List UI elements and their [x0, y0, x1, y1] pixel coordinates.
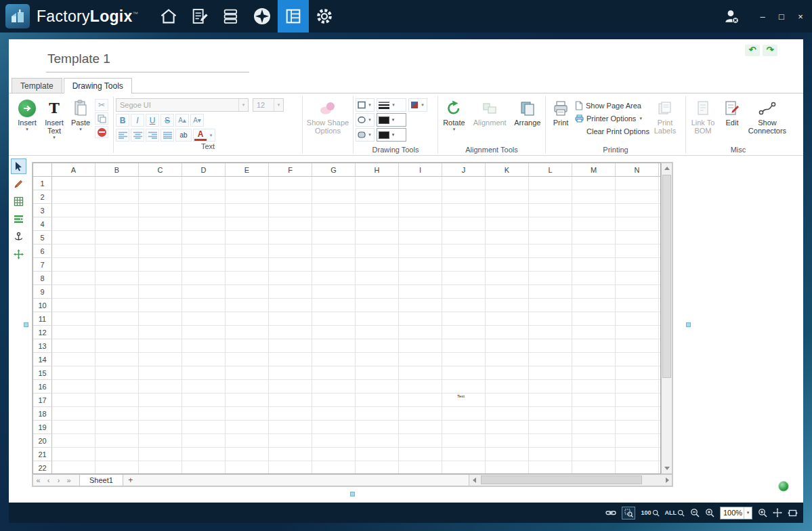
maximize-button[interactable]: □ [774, 9, 789, 24]
grid-cell[interactable] [572, 177, 616, 190]
grid-cell[interactable] [572, 204, 616, 217]
grid-cell[interactable] [442, 448, 486, 461]
grid-cell[interactable] [269, 421, 312, 434]
grid-cell[interactable] [139, 353, 182, 366]
grid-cell[interactable] [269, 217, 312, 231]
column-header[interactable]: L [529, 163, 572, 177]
grid-cell[interactable] [356, 366, 399, 380]
grid-cell[interactable] [95, 421, 139, 434]
grid-cell[interactable] [226, 204, 269, 217]
row-header[interactable]: 20 [33, 434, 52, 448]
grid-cell[interactable] [399, 394, 442, 407]
grid-cell[interactable] [486, 299, 529, 312]
column-header[interactable]: E [226, 163, 269, 177]
grid-cell[interactable] [95, 258, 139, 272]
template-name-field[interactable]: Template 1 [46, 47, 249, 72]
row-header[interactable]: 22 [33, 461, 52, 474]
grid-cell[interactable] [529, 326, 572, 339]
nav-production[interactable] [184, 0, 215, 33]
grid-cell[interactable] [312, 204, 356, 217]
grid-cell[interactable] [269, 434, 312, 448]
grid-cell[interactable] [616, 339, 659, 353]
grid-cell[interactable] [52, 204, 95, 217]
row-header[interactable]: 18 [33, 407, 52, 421]
grid-cell[interactable] [269, 285, 312, 299]
align-center-button[interactable] [131, 129, 144, 142]
grid-cell[interactable] [182, 380, 226, 394]
zoom-in-button[interactable] [705, 508, 714, 517]
nav-templates[interactable] [278, 0, 309, 33]
row-header[interactable]: 10 [33, 299, 52, 312]
grid-cell[interactable] [52, 326, 95, 339]
grid-cell[interactable] [139, 299, 182, 312]
grid-cell[interactable] [486, 326, 529, 339]
grid-cell[interactable] [52, 434, 95, 448]
grid-cell[interactable] [95, 407, 139, 421]
grid-cell[interactable] [95, 380, 139, 394]
grid-cell[interactable] [226, 448, 269, 461]
row-header[interactable]: 12 [33, 326, 52, 339]
row-header[interactable]: 21 [33, 448, 52, 461]
grid-cell[interactable] [182, 407, 226, 421]
grid-cell[interactable] [52, 448, 95, 461]
grid-cell[interactable] [442, 285, 486, 299]
arrange-button[interactable]: Arrange [512, 95, 543, 127]
grid-cell[interactable] [442, 312, 486, 326]
format-painter-tool-button[interactable] [11, 176, 26, 192]
grid-cell[interactable] [442, 177, 486, 190]
block-button[interactable] [95, 126, 108, 138]
grid-cell[interactable] [269, 258, 312, 272]
row-header[interactable]: 9 [33, 285, 52, 299]
line-color-select[interactable]: ▾ [377, 113, 406, 127]
alignment-button[interactable]: Alignment [473, 95, 507, 127]
row-header[interactable]: 15 [33, 366, 52, 380]
grid-cell[interactable] [52, 353, 95, 366]
grid-cell[interactable] [486, 407, 529, 421]
grid-cell[interactable] [312, 339, 356, 353]
grid-cell[interactable] [182, 312, 226, 326]
grid-cell[interactable] [572, 258, 616, 272]
grid-cell[interactable] [356, 394, 399, 407]
column-header[interactable]: G [312, 163, 356, 177]
selection-handle-left[interactable] [24, 322, 28, 327]
grid-cell[interactable] [529, 285, 572, 299]
sheet-next-button[interactable]: › [54, 475, 64, 486]
show-shape-options-button[interactable]: Show Shape Options [305, 95, 351, 135]
grid-cell[interactable] [182, 339, 226, 353]
grid-cell[interactable] [442, 204, 486, 217]
grid-cell[interactable] [399, 285, 442, 299]
grid-cell[interactable] [356, 407, 399, 421]
grid-cell[interactable] [529, 407, 572, 421]
zoom-all-button[interactable]: ALL [665, 509, 685, 517]
grid-cell[interactable] [529, 380, 572, 394]
anchor-tool-button[interactable] [11, 229, 26, 245]
row-header[interactable]: 3 [33, 204, 52, 217]
grid-cell[interactable] [616, 190, 659, 204]
grid-cell[interactable] [226, 245, 269, 258]
grid-cell[interactable] [182, 434, 226, 448]
grid-cell[interactable] [442, 353, 486, 366]
grid-cell[interactable] [226, 217, 269, 231]
grid-cell[interactable] [572, 217, 616, 231]
grid-cell[interactable] [616, 231, 659, 245]
tab-drawing-tools[interactable]: Drawing Tools [64, 78, 132, 93]
grid-cell[interactable] [356, 312, 399, 326]
grid-cell[interactable] [486, 245, 529, 258]
zoom-selection-button[interactable] [622, 507, 635, 519]
grid-cell[interactable] [182, 217, 226, 231]
grid-cell[interactable] [616, 394, 659, 407]
select-tool-button[interactable] [11, 158, 26, 174]
grid-cell[interactable] [529, 353, 572, 366]
grid-cell[interactable] [226, 421, 269, 434]
grid-cell[interactable] [226, 258, 269, 272]
grid-cell[interactable] [356, 353, 399, 366]
italic-button[interactable]: I [131, 114, 144, 127]
grid-cell[interactable] [226, 177, 269, 190]
grid-cell[interactable] [269, 326, 312, 339]
grid-cell[interactable] [356, 448, 399, 461]
grid-cell[interactable] [442, 434, 486, 448]
grid-cell[interactable] [356, 434, 399, 448]
grid-cell[interactable] [616, 353, 659, 366]
grid-cell[interactable] [139, 258, 182, 272]
grid-cell[interactable] [52, 421, 95, 434]
